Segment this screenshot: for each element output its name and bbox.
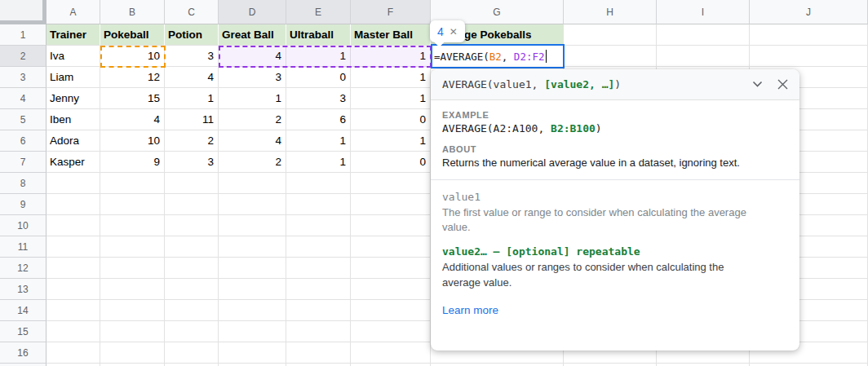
cell-D4[interactable]: 1 (219, 88, 286, 109)
cell-B2[interactable]: 10 (100, 46, 165, 67)
cell-D9[interactable] (219, 194, 286, 215)
cell-F5[interactable]: 0 (351, 109, 431, 130)
cell-D8[interactable] (219, 173, 286, 194)
cell-E16[interactable] (286, 342, 351, 364)
learn-more-link[interactable]: Learn more (442, 304, 498, 316)
cell-A8[interactable] (46, 173, 100, 194)
cell-F16[interactable] (351, 342, 431, 364)
column-header-H[interactable]: H (564, 0, 657, 24)
cell-A13[interactable] (46, 279, 100, 300)
cell-F2[interactable]: 1 (351, 46, 431, 67)
cell-C14[interactable] (165, 300, 219, 321)
cell-A3[interactable]: Liam (46, 67, 100, 88)
cell-E9[interactable] (286, 194, 351, 215)
cell-B6[interactable]: 10 (100, 130, 165, 152)
cell-F9[interactable] (351, 194, 431, 215)
cell-B11[interactable] (100, 236, 165, 258)
cell-A6[interactable]: Adora (46, 130, 100, 152)
cell-B4[interactable]: 15 (100, 88, 165, 109)
cell-A16[interactable] (46, 342, 100, 364)
cell-F1[interactable]: Master Ball (351, 24, 431, 46)
cell-C8[interactable] (165, 173, 219, 194)
cell-A15[interactable] (46, 321, 100, 342)
cell-C5[interactable]: 11 (165, 109, 219, 130)
cell-I2[interactable] (657, 46, 750, 67)
cell-A5[interactable]: Iben (46, 109, 100, 130)
cell-E7[interactable]: 1 (286, 152, 351, 173)
row-header-3[interactable]: 3 (0, 67, 46, 88)
cell-F8[interactable] (351, 173, 431, 194)
cell-E15[interactable] (286, 321, 351, 342)
cell-A4[interactable]: Jenny (46, 88, 100, 109)
cell-D10[interactable] (219, 215, 286, 236)
row-header-1[interactable]: 1 (0, 24, 46, 46)
column-header-I[interactable]: I (657, 0, 750, 24)
cell-C12[interactable] (165, 258, 219, 279)
cell-A10[interactable] (46, 215, 100, 236)
cell-A2[interactable]: Iva (46, 46, 100, 67)
cell-B12[interactable] (100, 258, 165, 279)
cell-F7[interactable]: 0 (351, 152, 431, 173)
cell-I1[interactable] (657, 24, 750, 46)
cell-C2[interactable]: 3 (165, 46, 219, 67)
cell-F15[interactable] (351, 321, 431, 342)
row-header-12[interactable]: 12 (0, 258, 46, 279)
cell-E6[interactable]: 1 (286, 130, 351, 152)
row-header-10[interactable]: 10 (0, 215, 46, 236)
cell-A11[interactable] (46, 236, 100, 258)
cell-C13[interactable] (165, 279, 219, 300)
cell-C9[interactable] (165, 194, 219, 215)
cell-F10[interactable] (351, 215, 431, 236)
cell-D12[interactable] (219, 258, 286, 279)
column-header-J[interactable]: J (750, 0, 868, 24)
cell-D14[interactable] (219, 300, 286, 321)
row-header-7[interactable]: 7 (0, 152, 46, 173)
cell-F14[interactable] (351, 300, 431, 321)
cell-B10[interactable] (100, 215, 165, 236)
cell-F3[interactable]: 1 (351, 67, 431, 88)
cell-D11[interactable] (219, 236, 286, 258)
row-header-8[interactable]: 8 (0, 173, 46, 194)
cell-B3[interactable]: 12 (100, 67, 165, 88)
row-header-5[interactable]: 5 (0, 109, 46, 130)
cell-J2[interactable] (750, 46, 868, 67)
cell-D3[interactable]: 3 (219, 67, 286, 88)
cell-C3[interactable]: 4 (165, 67, 219, 88)
cell-B14[interactable] (100, 300, 165, 321)
cell-D15[interactable] (219, 321, 286, 342)
cell-B7[interactable]: 9 (100, 152, 165, 173)
cell-F6[interactable]: 1 (351, 130, 431, 152)
cell-C7[interactable]: 3 (165, 152, 219, 173)
cell-E8[interactable] (286, 173, 351, 194)
cell-H1[interactable] (564, 24, 657, 46)
cell-F12[interactable] (351, 258, 431, 279)
row-header-11[interactable]: 11 (0, 236, 46, 258)
cell-E13[interactable] (286, 279, 351, 300)
cell-A7[interactable]: Kasper (46, 152, 100, 173)
cell-A12[interactable] (46, 258, 100, 279)
cell-C10[interactable] (165, 215, 219, 236)
cell-B9[interactable] (100, 194, 165, 215)
cell-D1[interactable]: Great Ball (219, 24, 286, 46)
cell-C1[interactable]: Potion (165, 24, 219, 46)
select-all-corner[interactable] (0, 0, 46, 24)
cell-B16[interactable] (100, 342, 165, 364)
row-header-15[interactable]: 15 (0, 321, 46, 342)
row-header-6[interactable]: 6 (0, 130, 46, 152)
cell-D2[interactable]: 4 (219, 46, 286, 67)
cell-B15[interactable] (100, 321, 165, 342)
cell-C15[interactable] (165, 321, 219, 342)
cell-E14[interactable] (286, 300, 351, 321)
cell-H2[interactable] (564, 46, 657, 67)
column-header-A[interactable]: A (46, 0, 100, 24)
cell-C6[interactable]: 2 (165, 130, 219, 152)
cell-D7[interactable]: 2 (219, 152, 286, 173)
cell-B5[interactable]: 4 (100, 109, 165, 130)
column-header-D[interactable]: D (219, 0, 286, 24)
column-header-F[interactable]: F (351, 0, 431, 24)
row-header-16[interactable]: 16 (0, 342, 46, 364)
cell-F11[interactable] (351, 236, 431, 258)
cell-D13[interactable] (219, 279, 286, 300)
cell-C4[interactable]: 1 (165, 88, 219, 109)
cell-F4[interactable]: 1 (351, 88, 431, 109)
